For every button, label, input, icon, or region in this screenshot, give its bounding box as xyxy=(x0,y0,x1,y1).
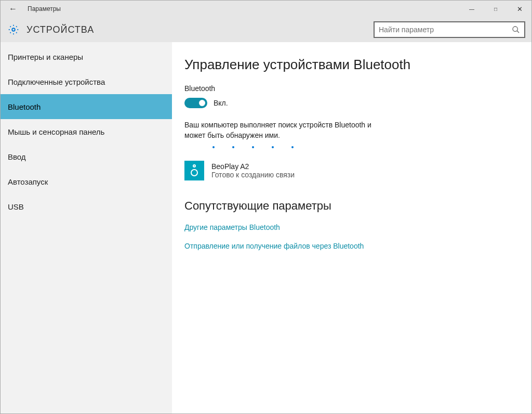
bluetooth-status-text: Ваш компьютер выполняет поиск устройств … xyxy=(184,120,392,141)
sidebar-item-printers[interactable]: Принтеры и сканеры xyxy=(1,44,172,69)
sidebar-item-mouse[interactable]: Мышь и сенсорная панель xyxy=(1,119,172,144)
sidebar-item-label: Мышь и сенсорная панель xyxy=(8,127,104,136)
search-box[interactable] xyxy=(374,21,525,38)
related-settings-title: Сопутствующие параметры xyxy=(184,199,519,213)
sidebar-item-label: Автозапуск xyxy=(8,177,48,186)
sidebar-item-label: Принтеры и сканеры xyxy=(8,53,83,61)
progress-dot xyxy=(291,146,294,148)
progress-dot xyxy=(272,146,274,148)
titlebar: ← Параметры ― □ ✕ xyxy=(1,1,531,17)
sidebar-item-label: USB xyxy=(8,202,24,211)
page-title: Управление устройствами Bluetooth xyxy=(184,57,519,73)
bluetooth-toggle-state: Вкл. xyxy=(214,99,228,107)
svg-point-0 xyxy=(12,28,15,31)
svg-point-1 xyxy=(513,27,517,31)
window-controls: ― □ ✕ xyxy=(460,1,531,17)
device-status: Готово к созданию связи xyxy=(211,171,295,179)
sidebar-item-label: Bluetooth xyxy=(8,102,41,111)
device-name: BeoPlay A2 xyxy=(211,162,295,171)
search-input[interactable] xyxy=(379,25,512,34)
link-send-receive-files[interactable]: Отправление или получение файлов через B… xyxy=(184,242,519,250)
content-pane: Управление устройствами Bluetooth Blueto… xyxy=(172,42,531,413)
progress-dot xyxy=(252,146,254,148)
minimize-icon: ― xyxy=(469,6,474,12)
back-button[interactable]: ← xyxy=(1,1,25,17)
minimize-button[interactable]: ― xyxy=(460,1,484,17)
sidebar-item-label: Ввод xyxy=(8,152,26,161)
gear-icon xyxy=(8,24,19,35)
speaker-icon xyxy=(184,161,204,180)
window-body: Принтеры и сканеры Подключенные устройст… xyxy=(1,42,531,413)
sidebar-item-bluetooth[interactable]: Bluetooth xyxy=(1,94,172,119)
bluetooth-device-item[interactable]: BeoPlay A2 Готово к созданию связи xyxy=(184,161,519,180)
search-icon xyxy=(512,25,520,34)
link-more-bluetooth-options[interactable]: Другие параметры Bluetooth xyxy=(184,223,519,231)
bluetooth-toggle-row: Вкл. xyxy=(184,98,519,108)
sidebar-item-typing[interactable]: Ввод xyxy=(1,144,172,169)
sidebar-item-usb[interactable]: USB xyxy=(1,194,172,219)
header-title: УСТРОЙСТВА xyxy=(26,24,94,35)
close-icon: ✕ xyxy=(517,5,523,13)
sidebar-item-autoplay[interactable]: Автозапуск xyxy=(1,169,172,194)
sidebar-item-connected-devices[interactable]: Подключенные устройства xyxy=(1,69,172,94)
header-bar: УСТРОЙСТВА xyxy=(1,17,531,42)
progress-dot xyxy=(232,146,234,148)
maximize-icon: □ xyxy=(494,6,497,12)
window-title: Параметры xyxy=(28,5,61,12)
bluetooth-toggle-label: Bluetooth xyxy=(184,84,519,93)
close-button[interactable]: ✕ xyxy=(508,1,531,17)
maximize-button[interactable]: □ xyxy=(484,1,508,17)
progress-dot xyxy=(212,146,215,148)
settings-window: ← Параметры ― □ ✕ УСТРОЙСТВА xyxy=(0,0,532,414)
arrow-left-icon: ← xyxy=(9,4,17,14)
sidebar: Принтеры и сканеры Подключенные устройст… xyxy=(1,42,172,413)
toggle-knob xyxy=(199,100,205,106)
svg-line-2 xyxy=(517,31,519,33)
progress-dots xyxy=(212,146,519,148)
sidebar-item-label: Подключенные устройства xyxy=(8,77,105,86)
device-text: BeoPlay A2 Готово к созданию связи xyxy=(211,162,295,179)
bluetooth-toggle[interactable] xyxy=(184,98,207,108)
search-container xyxy=(374,21,525,38)
